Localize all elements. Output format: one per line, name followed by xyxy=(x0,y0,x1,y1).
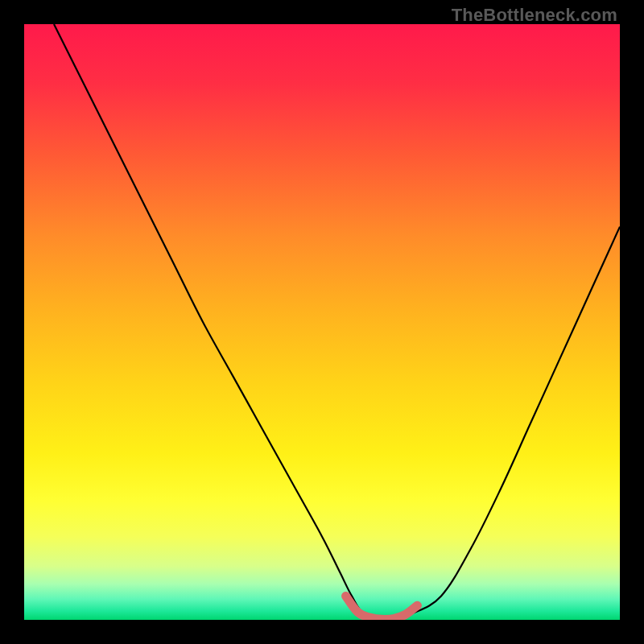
curve-layer xyxy=(24,24,620,620)
bottleneck-curve xyxy=(54,24,620,620)
watermark-text: TheBottleneck.com xyxy=(452,5,617,26)
optimal-segment xyxy=(346,596,418,619)
plot-area xyxy=(24,24,620,620)
chart-frame: TheBottleneck.com xyxy=(0,0,644,644)
